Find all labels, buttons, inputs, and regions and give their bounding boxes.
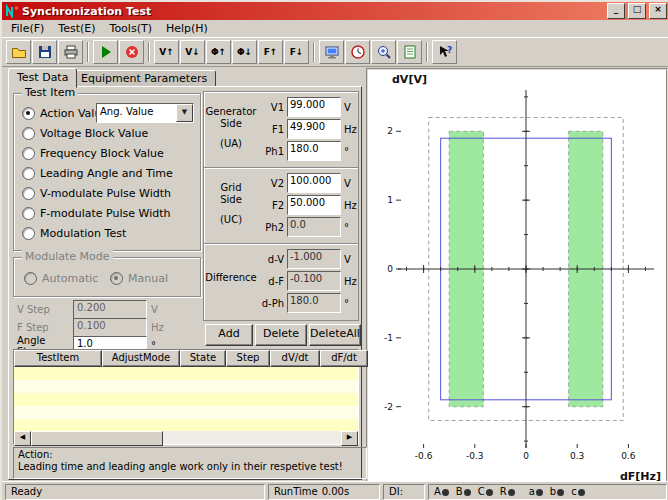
horizontal-scrollbar[interactable]: ◀ ▶ xyxy=(14,431,358,444)
field-unit: V xyxy=(344,102,358,113)
col-state[interactable]: State xyxy=(180,350,226,367)
menu-file[interactable]: File(F) xyxy=(4,21,51,36)
svg-text:-0.3: -0.3 xyxy=(466,451,484,461)
stop-test-button[interactable] xyxy=(119,40,144,64)
freq-up-button[interactable]: F↑ xyxy=(258,40,283,64)
svg-text:?: ? xyxy=(447,45,452,55)
note-line1: Action: xyxy=(18,449,362,461)
monitor-icon xyxy=(324,44,340,60)
table-row[interactable] xyxy=(14,380,358,393)
delete-button[interactable]: Delete xyxy=(255,324,307,346)
panel-title: Difference xyxy=(204,272,258,283)
menu-help[interactable]: Help(H) xyxy=(159,21,215,36)
minimize-button[interactable]: _ xyxy=(607,3,625,19)
col-dvdt[interactable]: dV/dt xyxy=(270,350,320,367)
v2-field[interactable]: 100.000 xyxy=(287,173,341,193)
action-value-dropdown[interactable]: Ang. Value ▼ xyxy=(96,103,194,123)
test-item-groupbox: Test Item Action Value Ang. Value ▼ Volt… xyxy=(13,93,201,251)
voltage-down-button[interactable]: V↓ xyxy=(180,40,205,64)
scroll-right-icon[interactable]: ▶ xyxy=(341,431,358,446)
f1-field[interactable]: 49.900 xyxy=(287,119,341,139)
col-adjustmode[interactable]: AdjustMode xyxy=(102,350,180,367)
voltage-up-icon: V↑ xyxy=(159,48,174,57)
context-help-button[interactable]: ? xyxy=(432,40,457,64)
grid-side-panel: Grid Side (UC) V2100.000V F250.000Hz Ph2… xyxy=(203,167,359,245)
report-button[interactable] xyxy=(397,40,422,64)
radio-label: Manual xyxy=(128,272,168,285)
radio-voltage-block-value[interactable]: Voltage Block Value xyxy=(22,126,148,141)
scroll-left-icon[interactable]: ◀ xyxy=(14,431,31,446)
save-floppy-icon xyxy=(37,44,53,60)
f2-field[interactable]: 50.000 xyxy=(287,195,341,215)
radio-frequency-block-value[interactable]: Frequency Block Value xyxy=(22,146,164,161)
printer-icon xyxy=(63,44,79,60)
col-dfdt[interactable]: dF/dt xyxy=(320,350,368,367)
groupbox-caption: Modulate Mode xyxy=(22,250,113,263)
help-arrow-icon: ? xyxy=(437,44,453,60)
svg-text:1: 1 xyxy=(387,195,393,205)
run-test-button[interactable] xyxy=(93,40,118,64)
field-unit: V xyxy=(344,254,358,265)
radio-automatic[interactable]: Automatic xyxy=(24,271,98,286)
field-label: d-V xyxy=(260,254,284,265)
phase-down-button[interactable]: Φ↓ xyxy=(232,40,257,64)
monitor-button[interactable] xyxy=(319,40,344,64)
svg-text:-0.6: -0.6 xyxy=(415,451,433,461)
toolbar-separator xyxy=(313,42,315,62)
freq-down-button[interactable]: F↓ xyxy=(284,40,309,64)
toolbar-separator xyxy=(87,42,89,62)
field-unit: Hz xyxy=(344,200,358,211)
status-message: Ready xyxy=(5,484,265,500)
chevron-down-icon[interactable]: ▼ xyxy=(176,104,193,122)
v1-field[interactable]: 99.000 xyxy=(287,97,341,117)
menu-tools[interactable]: Tools(T) xyxy=(103,21,159,36)
panel-title: Grid xyxy=(204,182,258,193)
scrollbar-thumb[interactable] xyxy=(31,431,163,446)
tab-test-data[interactable]: Test Data xyxy=(8,68,77,88)
radio-v-modulate-pulse-width[interactable]: V-modulate Pulse Width xyxy=(22,186,171,201)
radio-leading-angle-time[interactable]: Leading Angle and Time xyxy=(22,166,173,181)
svg-text:0: 0 xyxy=(523,451,529,461)
col-testitem[interactable]: TestItem xyxy=(14,350,102,367)
phase-up-button[interactable]: Φ↑ xyxy=(206,40,231,64)
close-button[interactable]: × xyxy=(649,3,667,19)
scrollbar-track[interactable] xyxy=(31,431,341,444)
radio-icon xyxy=(22,187,35,200)
maximize-button[interactable]: □ xyxy=(628,3,646,19)
field-label: Ph2 xyxy=(260,222,284,233)
table-row[interactable] xyxy=(14,393,358,406)
menu-test[interactable]: Test(E) xyxy=(51,21,102,36)
radio-label: Modulation Test xyxy=(40,227,126,240)
table-row[interactable] xyxy=(14,406,358,419)
radio-icon xyxy=(22,207,35,220)
table-row[interactable] xyxy=(14,419,358,431)
radio-modulation-test[interactable]: Modulation Test xyxy=(22,226,126,241)
print-button[interactable] xyxy=(58,40,83,64)
phase-up-icon: Φ↑ xyxy=(211,48,226,57)
open-button[interactable] xyxy=(6,40,31,64)
delete-all-button[interactable]: DeleteAll xyxy=(309,324,361,346)
zoom-button[interactable] xyxy=(371,40,396,64)
svg-text:0: 0 xyxy=(387,264,393,274)
radio-icon xyxy=(22,147,35,160)
radio-label: Frequency Block Value xyxy=(40,147,164,160)
table-row[interactable] xyxy=(14,367,358,380)
radio-label: Voltage Block Value xyxy=(40,127,148,140)
save-button[interactable] xyxy=(32,40,57,64)
field-unit: ° xyxy=(344,146,358,157)
di-status-dot-icon xyxy=(536,489,543,496)
col-step[interactable]: Step xyxy=(226,350,270,367)
radio-f-modulate-pulse-width[interactable]: F-modulate Pulse Width xyxy=(22,206,171,221)
add-button[interactable]: Add xyxy=(205,324,253,346)
test-list-table: TestItem AdjustMode State Step dV/dt dF/… xyxy=(13,349,359,445)
radio-label: V-modulate Pulse Width xyxy=(40,187,171,200)
f-step-unit: Hz xyxy=(151,322,164,333)
voltage-up-button[interactable]: V↑ xyxy=(154,40,179,64)
table-header: TestItem AdjustMode State Step dV/dt dF/… xyxy=(14,350,358,367)
table-body xyxy=(14,367,358,431)
toolbar-separator xyxy=(426,42,428,62)
ph1-field[interactable]: 180.0 xyxy=(287,141,341,161)
radio-manual[interactable]: Manual xyxy=(110,271,168,286)
dropdown-value: Ang. Value xyxy=(97,104,176,122)
timer-button[interactable] xyxy=(345,40,370,64)
